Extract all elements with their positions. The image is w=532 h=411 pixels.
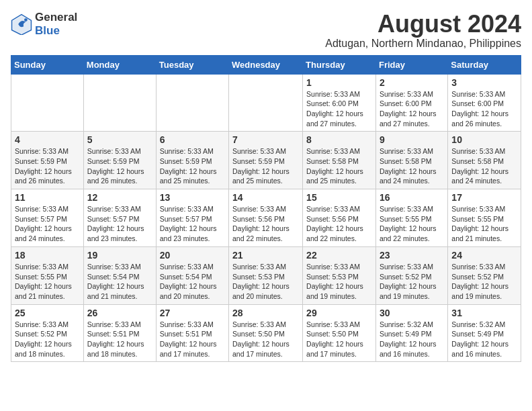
weekday-header: Tuesday — [156, 55, 228, 74]
calendar-cell: 15Sunrise: 5:33 AMSunset: 5:56 PMDayligh… — [303, 189, 376, 247]
calendar-week-row: 1Sunrise: 5:33 AMSunset: 6:00 PMDaylight… — [11, 74, 521, 132]
day-number: 30 — [380, 308, 444, 318]
day-number: 18 — [15, 250, 80, 261]
day-number: 20 — [160, 250, 225, 261]
day-info: Sunrise: 5:33 AMSunset: 5:57 PMDaylight:… — [87, 204, 152, 244]
day-info: Sunrise: 5:33 AMSunset: 5:57 PMDaylight:… — [160, 204, 225, 244]
day-number: 23 — [380, 250, 444, 261]
day-info: Sunrise: 5:33 AMSunset: 5:55 PMDaylight:… — [380, 204, 444, 244]
day-info: Sunrise: 5:33 AMSunset: 5:59 PMDaylight:… — [160, 146, 225, 186]
calendar-cell: 23Sunrise: 5:33 AMSunset: 5:52 PMDayligh… — [375, 246, 447, 304]
calendar-cell: 20Sunrise: 5:33 AMSunset: 5:54 PMDayligh… — [156, 246, 228, 304]
day-number: 17 — [451, 192, 517, 203]
calendar-cell: 28Sunrise: 5:33 AMSunset: 5:50 PMDayligh… — [229, 304, 303, 362]
calendar-cell: 17Sunrise: 5:33 AMSunset: 5:55 PMDayligh… — [448, 189, 521, 247]
day-number: 13 — [160, 192, 225, 203]
location: Adtugan, Northern Mindanao, Philippines — [325, 38, 521, 50]
day-number: 21 — [232, 250, 299, 261]
calendar-cell: 4Sunrise: 5:33 AMSunset: 5:59 PMDaylight… — [11, 132, 84, 189]
weekday-header: Friday — [375, 55, 447, 74]
logo-text: General Blue — [35, 11, 77, 38]
calendar-cell: 19Sunrise: 5:33 AMSunset: 5:54 PMDayligh… — [83, 246, 156, 304]
day-info: Sunrise: 5:33 AMSunset: 5:56 PMDaylight:… — [232, 204, 299, 244]
day-info: Sunrise: 5:33 AMSunset: 6:00 PMDaylight:… — [380, 89, 444, 129]
calendar-cell: 16Sunrise: 5:33 AMSunset: 5:55 PMDayligh… — [375, 189, 447, 247]
calendar-week-row: 11Sunrise: 5:33 AMSunset: 5:57 PMDayligh… — [11, 189, 521, 247]
calendar-cell: 25Sunrise: 5:33 AMSunset: 5:52 PMDayligh… — [11, 304, 84, 362]
calendar-table: SundayMondayTuesdayWednesdayThursdayFrid… — [11, 55, 521, 363]
day-number: 12 — [87, 192, 152, 203]
calendar-cell: 26Sunrise: 5:33 AMSunset: 5:51 PMDayligh… — [83, 304, 156, 362]
day-number: 3 — [451, 77, 517, 88]
day-info: Sunrise: 5:33 AMSunset: 5:58 PMDaylight:… — [306, 146, 372, 186]
day-number: 22 — [306, 250, 372, 261]
day-info: Sunrise: 5:32 AMSunset: 5:49 PMDaylight:… — [451, 320, 517, 359]
day-number: 14 — [232, 192, 299, 203]
day-info: Sunrise: 5:33 AMSunset: 5:58 PMDaylight:… — [451, 146, 517, 186]
calendar-cell: 10Sunrise: 5:33 AMSunset: 5:58 PMDayligh… — [448, 132, 521, 189]
weekday-header-row: SundayMondayTuesdayWednesdayThursdayFrid… — [11, 55, 521, 74]
calendar-cell: 8Sunrise: 5:33 AMSunset: 5:58 PMDaylight… — [303, 132, 376, 189]
logo-general: General — [35, 11, 77, 24]
calendar-cell: 11Sunrise: 5:33 AMSunset: 5:57 PMDayligh… — [11, 189, 84, 247]
day-number: 7 — [232, 134, 299, 145]
day-info: Sunrise: 5:33 AMSunset: 5:55 PMDaylight:… — [15, 262, 80, 302]
day-number: 24 — [451, 250, 517, 261]
day-info: Sunrise: 5:33 AMSunset: 5:50 PMDaylight:… — [232, 320, 299, 359]
day-info: Sunrise: 5:33 AMSunset: 5:54 PMDaylight:… — [87, 262, 152, 302]
day-number: 27 — [160, 308, 225, 318]
calendar-cell: 24Sunrise: 5:33 AMSunset: 5:52 PMDayligh… — [448, 246, 521, 304]
calendar-week-row: 4Sunrise: 5:33 AMSunset: 5:59 PMDaylight… — [11, 132, 521, 189]
day-number: 19 — [87, 250, 152, 261]
calendar-cell: 21Sunrise: 5:33 AMSunset: 5:53 PMDayligh… — [229, 246, 303, 304]
calendar-cell: 3Sunrise: 5:33 AMSunset: 6:00 PMDaylight… — [448, 74, 521, 132]
day-number: 25 — [15, 308, 80, 318]
day-info: Sunrise: 5:33 AMSunset: 5:51 PMDaylight:… — [160, 320, 225, 359]
calendar-cell: 1Sunrise: 5:33 AMSunset: 6:00 PMDaylight… — [303, 74, 376, 132]
logo: General Blue — [11, 11, 77, 38]
day-info: Sunrise: 5:33 AMSunset: 5:59 PMDaylight:… — [87, 146, 152, 186]
calendar-cell: 18Sunrise: 5:33 AMSunset: 5:55 PMDayligh… — [11, 246, 84, 304]
day-info: Sunrise: 5:33 AMSunset: 5:52 PMDaylight:… — [15, 320, 80, 359]
calendar-cell: 22Sunrise: 5:33 AMSunset: 5:53 PMDayligh… — [303, 246, 376, 304]
calendar-cell: 5Sunrise: 5:33 AMSunset: 5:59 PMDaylight… — [83, 132, 156, 189]
day-info: Sunrise: 5:33 AMSunset: 5:55 PMDaylight:… — [451, 204, 517, 244]
day-info: Sunrise: 5:32 AMSunset: 5:49 PMDaylight:… — [380, 320, 444, 359]
day-info: Sunrise: 5:33 AMSunset: 5:50 PMDaylight:… — [306, 320, 372, 359]
calendar-cell: 29Sunrise: 5:33 AMSunset: 5:50 PMDayligh… — [303, 304, 376, 362]
weekday-header: Sunday — [11, 55, 84, 74]
day-number: 9 — [380, 134, 444, 145]
day-number: 31 — [451, 308, 517, 318]
calendar-cell: 31Sunrise: 5:32 AMSunset: 5:49 PMDayligh… — [448, 304, 521, 362]
weekday-header: Monday — [83, 55, 156, 74]
calendar-week-row: 25Sunrise: 5:33 AMSunset: 5:52 PMDayligh… — [11, 304, 521, 362]
day-number: 11 — [15, 192, 80, 203]
calendar-cell — [156, 74, 228, 132]
day-info: Sunrise: 5:33 AMSunset: 6:00 PMDaylight:… — [451, 89, 517, 129]
day-number: 16 — [380, 192, 444, 203]
day-number: 8 — [306, 134, 372, 145]
weekday-header: Wednesday — [229, 55, 303, 74]
calendar-cell: 13Sunrise: 5:33 AMSunset: 5:57 PMDayligh… — [156, 189, 228, 247]
day-info: Sunrise: 5:33 AMSunset: 5:51 PMDaylight:… — [87, 320, 152, 359]
month-year: August 2024 — [325, 11, 521, 38]
day-info: Sunrise: 5:33 AMSunset: 5:57 PMDaylight:… — [15, 204, 80, 244]
title-block: August 2024 Adtugan, Northern Mindanao, … — [325, 11, 521, 50]
day-number: 5 — [87, 134, 152, 145]
day-info: Sunrise: 5:33 AMSunset: 5:59 PMDaylight:… — [15, 146, 80, 186]
calendar-cell — [229, 74, 303, 132]
calendar-cell: 30Sunrise: 5:32 AMSunset: 5:49 PMDayligh… — [375, 304, 447, 362]
page-header: General Blue August 2024 Adtugan, Northe… — [11, 11, 521, 50]
calendar-cell: 7Sunrise: 5:33 AMSunset: 5:59 PMDaylight… — [229, 132, 303, 189]
day-info: Sunrise: 5:33 AMSunset: 5:53 PMDaylight:… — [306, 262, 372, 302]
day-number: 26 — [87, 308, 152, 318]
day-number: 6 — [160, 134, 225, 145]
calendar-cell: 9Sunrise: 5:33 AMSunset: 5:58 PMDaylight… — [375, 132, 447, 189]
calendar-cell: 2Sunrise: 5:33 AMSunset: 6:00 PMDaylight… — [375, 74, 447, 132]
calendar-cell: 6Sunrise: 5:33 AMSunset: 5:59 PMDaylight… — [156, 132, 228, 189]
day-info: Sunrise: 5:33 AMSunset: 5:53 PMDaylight:… — [232, 262, 299, 302]
day-info: Sunrise: 5:33 AMSunset: 5:58 PMDaylight:… — [380, 146, 444, 186]
day-number: 4 — [15, 134, 80, 145]
logo-icon — [11, 13, 32, 35]
day-info: Sunrise: 5:33 AMSunset: 5:59 PMDaylight:… — [232, 146, 299, 186]
